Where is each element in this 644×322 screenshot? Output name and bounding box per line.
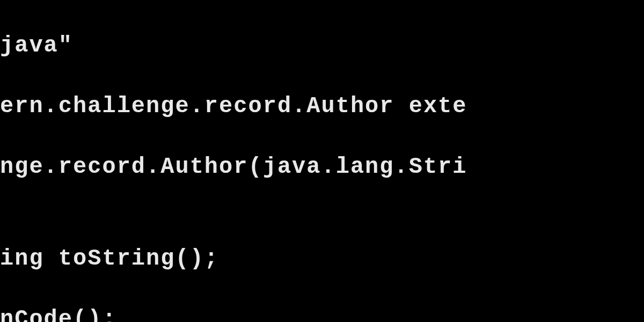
terminal-line: nCode(); bbox=[0, 304, 644, 322]
terminal-line: nge.record.Author(java.lang.Stri bbox=[0, 152, 644, 182]
terminal-line: ern.challenge.record.Author exte bbox=[0, 91, 644, 122]
terminal-output: java" ern.challenge.record.Author exte n… bbox=[0, 0, 644, 322]
terminal-line: ing toString(); bbox=[0, 244, 644, 274]
terminal-line: java" bbox=[0, 31, 644, 61]
